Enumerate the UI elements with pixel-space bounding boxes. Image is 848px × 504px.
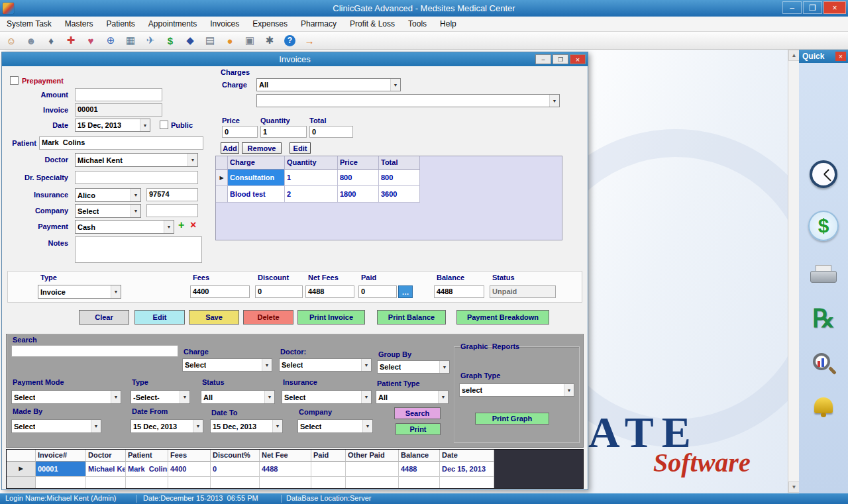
cell-paid[interactable] [311, 462, 346, 477]
close-button[interactable]: × [823, 1, 846, 14]
print-icon[interactable]: ▤ [203, 33, 217, 48]
reports-icon[interactable]: ◆ [183, 33, 197, 48]
vitals-icon[interactable]: ♥ [83, 33, 98, 48]
charges-grid-col-charge[interactable]: Charge [228, 156, 285, 170]
cell-quantity[interactable]: 2 [285, 186, 338, 203]
mdi-scrollbar[interactable]: ▲ ▼ [788, 50, 799, 493]
invoices-minimize-button[interactable]: – [535, 54, 551, 64]
quick-time-icon[interactable] [803, 156, 844, 193]
paid-field[interactable]: 0 [358, 285, 397, 298]
print-invoice-button[interactable]: Print Invoice [297, 310, 365, 325]
col-otherpaid[interactable]: Other Paid [346, 450, 399, 462]
quick-alerts-icon[interactable] [803, 389, 844, 426]
cell-quantity[interactable]: 1 [285, 170, 338, 186]
exit-icon[interactable]: → [302, 33, 317, 48]
search-input[interactable] [11, 345, 178, 357]
menu-patients[interactable]: Patients [100, 17, 142, 32]
company-number-field[interactable] [146, 204, 198, 217]
public-checkbox[interactable] [160, 121, 168, 129]
prepayment-checkbox[interactable] [10, 76, 19, 85]
quick-billing-icon[interactable]: $ [803, 207, 844, 244]
balance-field[interactable]: 4488 [434, 285, 484, 298]
invoice-number-field[interactable]: 00001 [75, 103, 162, 117]
search-status-select[interactable]: All▼ [201, 390, 275, 404]
scroll-up-arrow[interactable]: ▲ [788, 50, 800, 61]
menu-masters[interactable]: Masters [58, 17, 100, 32]
menu-expenses[interactable]: Expenses [246, 17, 294, 32]
clear-button[interactable]: Clear [79, 310, 129, 325]
insurance-select[interactable]: Alico▼ [75, 188, 141, 202]
cell-balance[interactable]: 4488 [399, 462, 440, 477]
quick-close-button[interactable]: × [835, 52, 846, 61]
date-to-picker[interactable]: 15 Dec, 2013▼ [210, 419, 283, 433]
menu-tools[interactable]: Tools [401, 17, 433, 32]
injection-icon[interactable]: ✚ [64, 33, 78, 48]
search-button[interactable]: Search [394, 407, 441, 419]
doctor-select[interactable]: Michael Kent▼ [75, 153, 198, 167]
discount-field[interactable]: 0 [255, 285, 303, 298]
graph-type-select[interactable]: select▼ [459, 383, 574, 397]
cell-netfee[interactable]: 4488 [260, 462, 311, 477]
price-field[interactable]: 0 [222, 126, 258, 138]
charges-grid-row[interactable]: ▶ Consultation 1 800 800 [216, 170, 562, 186]
date-from-picker[interactable]: 15 Dec, 2013▼ [131, 419, 203, 433]
col-doctor[interactable]: Doctor [86, 450, 126, 462]
amount-field[interactable] [75, 88, 162, 101]
cell-otherpaid[interactable] [346, 462, 399, 477]
charge-item-select[interactable]: ▼ [256, 94, 560, 107]
invoices-close-button[interactable]: × [570, 54, 586, 64]
print-balance-button[interactable]: Print Balance [377, 310, 446, 325]
cell-total[interactable]: 3600 [379, 186, 420, 203]
search-type-select[interactable]: -Select-▼ [131, 390, 190, 404]
col-date[interactable]: Date [440, 450, 494, 462]
search-doctor-select[interactable]: Select▼ [279, 358, 372, 372]
menu-appointments[interactable]: Appointments [142, 17, 203, 32]
group-by-select[interactable]: Select▼ [377, 360, 450, 374]
cell-charge[interactable]: Consultation [228, 170, 285, 186]
edit-charge-button[interactable]: Edit [290, 142, 311, 154]
payment-mode-select[interactable]: Select▼ [11, 390, 121, 404]
patients-icon[interactable]: ☺ [4, 33, 19, 48]
quick-printer-icon[interactable] [803, 256, 844, 293]
delete-button[interactable]: Delete [243, 310, 293, 325]
quick-pharmacy-icon[interactable]: ℞ [803, 300, 844, 337]
menu-system-task[interactable]: System Task [0, 17, 58, 32]
notes-field[interactable] [75, 236, 202, 263]
scroll-down-arrow[interactable]: ▼ [788, 481, 800, 493]
col-invoice[interactable]: Invoice# [36, 450, 86, 462]
col-netfee[interactable]: Net Fee [260, 450, 311, 462]
invoice-date-picker[interactable]: 15 Dec, 2013▼ [75, 119, 150, 132]
payment-breakdown-button[interactable]: Payment Breakdown [456, 310, 549, 325]
paid-ellipsis-button[interactable]: … [398, 285, 413, 298]
search-company-select[interactable]: Select▼ [297, 419, 373, 433]
minimize-button[interactable]: – [782, 1, 802, 14]
help-icon[interactable]: ? [284, 35, 295, 46]
made-by-select[interactable]: Select▼ [11, 419, 101, 433]
edit-button[interactable]: Edit [134, 310, 185, 325]
save-button[interactable]: Save [189, 310, 239, 325]
payment-select[interactable]: Cash▼ [75, 220, 174, 234]
col-balance[interactable]: Balance [399, 450, 440, 462]
quick-search-icon[interactable] [803, 346, 844, 383]
col-paid[interactable]: Paid [311, 450, 346, 462]
col-discount[interactable]: Discount% [211, 450, 260, 462]
print-graph-button[interactable]: Print Graph [475, 413, 549, 425]
billing-icon[interactable]: $ [163, 33, 178, 48]
cell-date[interactable]: Dec 15, 2013 [440, 462, 494, 477]
invoices-restore-button[interactable]: ❐ [553, 54, 568, 64]
remove-payment-mode-icon[interactable]: × [190, 219, 196, 231]
charges-grid-col-total[interactable]: Total [379, 156, 420, 170]
add-charge-button[interactable]: Add [221, 142, 239, 154]
cell-price[interactable]: 800 [338, 170, 379, 186]
search-insurance-select[interactable]: Select▼ [282, 390, 372, 404]
settings-icon[interactable]: ✱ [262, 33, 277, 48]
cell-discount[interactable]: 0 [211, 462, 260, 477]
results-empty-row[interactable] [7, 477, 583, 489]
charge-select[interactable]: All▼ [256, 78, 401, 91]
search-charge-select[interactable]: Select▼ [182, 358, 272, 372]
maximize-button[interactable]: ❐ [803, 1, 822, 14]
charge-total-field[interactable]: 0 [309, 126, 353, 138]
image-icon[interactable]: ▣ [242, 33, 257, 48]
menu-invoices[interactable]: Invoices [203, 17, 246, 32]
schedule-icon[interactable]: ⊕ [103, 33, 118, 48]
